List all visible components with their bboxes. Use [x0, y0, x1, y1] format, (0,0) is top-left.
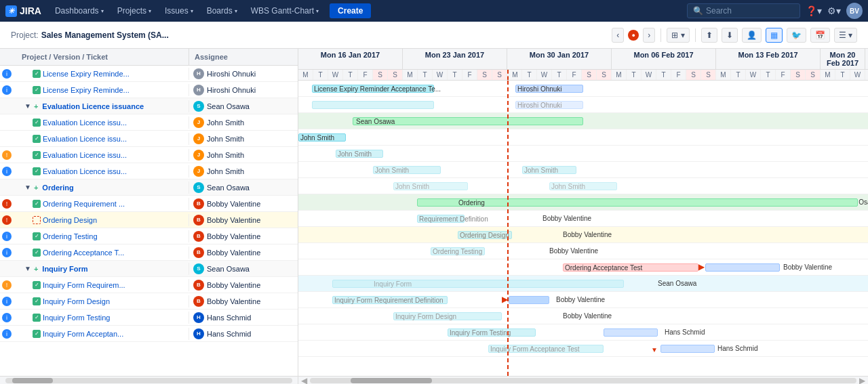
- collapse-button[interactable]: ⬆: [701, 28, 717, 43]
- gantt-bar: Inquiry Form: [332, 280, 624, 288]
- person-button[interactable]: 👤: [742, 28, 762, 43]
- gantt-body[interactable]: License Expiry Reminder Acceptance Te...…: [298, 81, 868, 376]
- checkbox-icon[interactable]: [33, 232, 41, 240]
- task-link[interactable]: Ordering Testing: [43, 232, 98, 240]
- task-link[interactable]: Evaluation Licence issu...: [43, 167, 127, 175]
- jira-logo[interactable]: ✳ JIRA: [5, 5, 41, 17]
- task-link[interactable]: Evaluation Licence issu...: [43, 135, 127, 143]
- arrow-icon: ▼: [651, 346, 658, 354]
- avatar: S: [193, 101, 204, 112]
- gantt-row: John Smith: [298, 129, 868, 146]
- gantt-view-button[interactable]: ▦: [766, 28, 783, 43]
- task-link[interactable]: Ordering Requirement ...: [43, 200, 125, 208]
- nav-boards[interactable]: Boards ▾: [201, 0, 243, 22]
- gantt-row: Inquiry Form Sean Osawa: [298, 276, 868, 292]
- gantt-bar: [660, 345, 715, 353]
- gantt-row: Inquiry Form Acceptance Test ▼ Hans Schm…: [298, 341, 868, 357]
- settings-button[interactable]: ⚙▾: [827, 5, 841, 16]
- avatar: B: [193, 231, 204, 242]
- bar-label: Ordering: [458, 199, 485, 207]
- checkbox-icon[interactable]: [33, 119, 41, 127]
- scroll-right-icon[interactable]: ▶: [856, 376, 868, 385]
- checkbox-icon[interactable]: [33, 200, 41, 208]
- bar-label: Inquiry Form Design: [395, 313, 456, 320]
- add-icon[interactable]: +: [34, 184, 38, 192]
- task-link[interactable]: Ordering Design: [43, 216, 97, 224]
- nav-dashboards[interactable]: Dashboards ▾: [50, 0, 109, 22]
- bird-view-button[interactable]: 🐦: [787, 28, 806, 43]
- checkbox-icon[interactable]: [33, 249, 41, 257]
- task-link[interactable]: Evaluation Licence issu...: [43, 151, 127, 159]
- nav-next-button[interactable]: ›: [643, 28, 655, 43]
- checkbox-dashed-icon[interactable]: [33, 216, 41, 224]
- arrow-icon: ▶: [698, 262, 705, 272]
- view-options-button[interactable]: ⊞ ▾: [667, 28, 689, 43]
- checkbox-icon[interactable]: [33, 135, 41, 143]
- menu-button[interactable]: ☰ ▾: [834, 28, 857, 43]
- table-row: Evaluation Licence issu... J John Smith: [0, 131, 298, 147]
- search-box[interactable]: 🔍: [687, 3, 800, 18]
- section-link[interactable]: Ordering: [42, 184, 73, 192]
- add-icon[interactable]: +: [34, 265, 38, 273]
- add-icon[interactable]: +: [34, 102, 38, 110]
- bar-label: Hans Schmid: [717, 345, 757, 352]
- left-scrollbar[interactable]: [0, 376, 298, 384]
- table-row: i Inquiry Form Design B Bobby Valentine: [0, 293, 298, 310]
- scroll-left-icon[interactable]: ◀: [298, 376, 310, 385]
- checkbox-icon[interactable]: [33, 86, 41, 94]
- nav-prev-button[interactable]: ‹: [612, 28, 624, 43]
- day-label: M: [716, 70, 731, 80]
- create-button[interactable]: Create: [330, 3, 371, 18]
- project-name: Sales Management System (SA...: [41, 30, 169, 40]
- section-link[interactable]: Inquiry Form: [42, 265, 87, 273]
- day-label: T: [552, 70, 567, 80]
- expand-button[interactable]: ⬇: [722, 28, 738, 43]
- avatar: J: [193, 166, 204, 177]
- day-label: M: [507, 70, 522, 80]
- day-label: S: [701, 70, 716, 80]
- collapse-icon[interactable]: ▼: [24, 265, 31, 272]
- bar-label: License Expiry Reminder Acceptance Te...: [314, 85, 441, 93]
- calendar-button[interactable]: 📅: [810, 28, 830, 43]
- task-link[interactable]: License Expiry Reminde...: [43, 70, 130, 78]
- task-link[interactable]: Inquiry Form Design: [43, 297, 110, 305]
- task-link[interactable]: License Expiry Reminde...: [43, 86, 130, 94]
- checkbox-icon[interactable]: [33, 297, 41, 305]
- assignee-name: Sean Osawa: [207, 184, 250, 192]
- assignee-name: Hiroshi Ohnuki: [207, 70, 256, 78]
- section-link[interactable]: Evaluation Licence issuance: [42, 102, 144, 110]
- scroll-track[interactable]: [310, 378, 856, 383]
- checkbox-icon[interactable]: [33, 167, 41, 175]
- checkbox-icon[interactable]: [33, 314, 41, 322]
- collapse-icon[interactable]: ▼: [24, 184, 31, 191]
- task-link[interactable]: Evaluation Licence issu...: [43, 119, 127, 127]
- help-button[interactable]: ❓▾: [806, 5, 822, 16]
- task-link[interactable]: Inquiry Form Requirem...: [43, 281, 125, 289]
- nav-wbs[interactable]: WBS Gantt-Chart ▾: [245, 0, 324, 22]
- collapse-icon[interactable]: ▼: [24, 102, 31, 110]
- gantt-row: Sean Osawa: [298, 113, 868, 129]
- checkbox-icon[interactable]: [33, 330, 41, 338]
- nav-projects[interactable]: Projects ▾: [112, 0, 157, 22]
- day-label: W: [328, 70, 343, 80]
- chevron-down-icon: ▾: [235, 8, 237, 14]
- priority-info-icon: i: [2, 313, 12, 322]
- gantt-horizontal-scrollbar[interactable]: ◀ ▶: [298, 376, 868, 384]
- checkbox-icon[interactable]: [33, 151, 41, 159]
- task-link[interactable]: Ordering Acceptance T...: [43, 249, 124, 257]
- day-label: T: [731, 70, 746, 80]
- task-link[interactable]: Inquiry Form Testing: [43, 314, 110, 322]
- task-link[interactable]: Inquiry Form Acceptan...: [43, 330, 123, 338]
- priority-warn-icon: !: [2, 280, 12, 290]
- avatar: J: [193, 117, 204, 128]
- search-input[interactable]: [706, 6, 794, 16]
- avatar: B: [193, 215, 204, 226]
- avatar[interactable]: BV: [846, 3, 863, 19]
- checkbox-icon[interactable]: [33, 70, 41, 78]
- checkbox-icon[interactable]: [33, 281, 41, 289]
- nav-issues[interactable]: Issues ▾: [159, 0, 199, 22]
- week-label: Mon 30 Jan 2017: [507, 49, 612, 69]
- gantt-row: Inquiry Form Design Bobby Valentine: [298, 308, 868, 324]
- top-navigation: ✳ JIRA Dashboards ▾ Projects ▾ Issues ▾ …: [0, 0, 868, 22]
- scroll-thumb[interactable]: [351, 378, 432, 383]
